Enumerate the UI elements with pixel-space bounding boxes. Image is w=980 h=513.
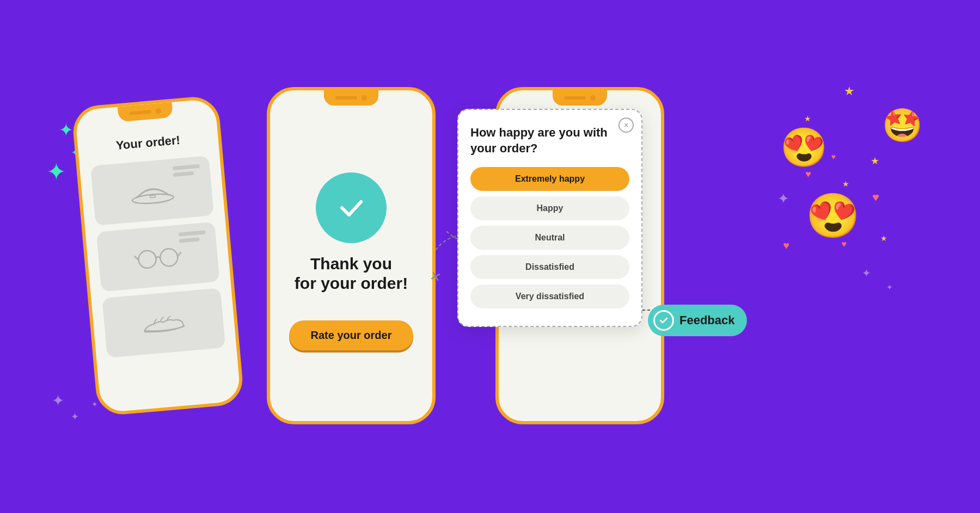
svg-point-0: [132, 193, 174, 205]
feedback-checkmark-circle: [653, 310, 674, 331]
glasses-item-lines: [178, 230, 206, 243]
order-item-sneaker: [102, 288, 225, 358]
hat-item-lines: [173, 164, 200, 177]
phone-1-content: Your order!: [75, 98, 241, 413]
phone-3-camera: [590, 95, 596, 101]
star-yellow-1: ★: [844, 84, 855, 98]
order-item-hat: [90, 156, 214, 226]
feedback-badge: Feedback: [648, 305, 747, 336]
survey-question: How happy are you with your order?: [470, 125, 629, 156]
phone-thank-you: Thank you for your order! Rate your orde…: [267, 87, 436, 424]
heart-deco-4: ♥: [783, 239, 789, 252]
heart-deco-5: ♥: [872, 190, 879, 205]
close-icon: ×: [624, 121, 628, 129]
phone-2-content: Thank you for your order! Rate your orde…: [270, 90, 432, 421]
rate-order-button[interactable]: Rate your order: [289, 320, 414, 350]
sparkle-outline-tr-3: ✦: [886, 283, 893, 292]
star-yellow-4: ★: [871, 155, 879, 167]
checkmark-svg: [334, 190, 369, 225]
survey-option-very-dissatisfied[interactable]: Very dissatisfied: [470, 285, 629, 308]
heart-deco-1: ♥: [805, 169, 811, 180]
emoji-heart-eyes-1: 😍: [780, 125, 828, 170]
emoji-heart-eyes-2: 🤩: [882, 106, 923, 145]
phone-2-notch: [324, 90, 378, 106]
phone-3-speaker: [564, 96, 586, 100]
survey-option-dissatisfied[interactable]: Dissatisfied: [470, 255, 629, 279]
feedback-check-icon: [658, 314, 670, 326]
survey-close-button[interactable]: ×: [618, 118, 634, 133]
sparkle-green-2: ✦: [46, 158, 66, 186]
sparkle-outline-3: ✦: [91, 400, 98, 409]
star-yellow-7: ★: [880, 234, 887, 243]
thank-you-text: Thank you for your order!: [295, 254, 408, 293]
survey-option-neutral[interactable]: Neutral: [470, 226, 629, 250]
phone-1-speaker: [130, 110, 151, 115]
sparkle-outline-2: ✦: [71, 411, 79, 423]
star-yellow-5: ★: [842, 180, 849, 188]
sneaker-icon: [138, 307, 189, 339]
survey-option-extremely-happy[interactable]: Extremely happy: [470, 167, 629, 191]
survey-card: × How happy are you with your order? Ext…: [457, 109, 642, 327]
survey-option-happy[interactable]: Happy: [470, 196, 629, 220]
phone-2-camera: [362, 95, 367, 101]
sparkle-outline-tr-1: ✦: [777, 190, 789, 207]
sparkle-outline-1: ✦: [52, 392, 64, 410]
success-checkmark-circle: [316, 172, 387, 243]
svg-rect-1: [150, 195, 155, 197]
order-title: Your order!: [88, 131, 207, 155]
heart-deco-2: ♥: [831, 152, 836, 161]
feedback-label: Feedback: [679, 313, 735, 327]
phone-1-camera: [155, 108, 161, 114]
heart-deco-3: ♥: [842, 239, 847, 249]
emoji-heart-eyes-3: 😍: [806, 190, 860, 242]
svg-line-5: [177, 252, 182, 257]
svg-point-3: [160, 248, 179, 267]
glasses-icon: [132, 241, 183, 273]
phone-2-speaker: [335, 96, 357, 100]
phone-order-list: Your order!: [71, 95, 245, 416]
hat-icon: [129, 174, 175, 208]
sparkle-green-1: ✦: [59, 120, 74, 140]
star-yellow-3: ★: [804, 114, 811, 123]
svg-point-2: [138, 250, 157, 269]
sparkle-outline-tr-2: ✦: [862, 267, 871, 280]
phone-3-notch: [553, 90, 607, 106]
order-item-glasses: [96, 222, 220, 292]
